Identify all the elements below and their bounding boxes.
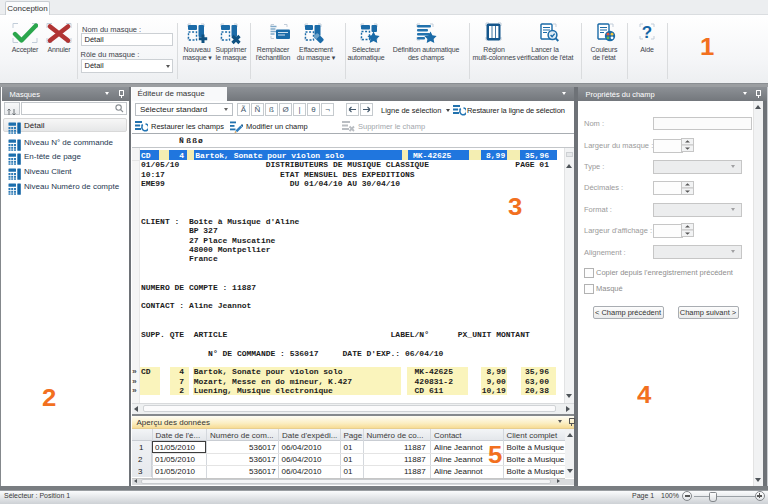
svg-text:?: ? bbox=[642, 23, 652, 42]
